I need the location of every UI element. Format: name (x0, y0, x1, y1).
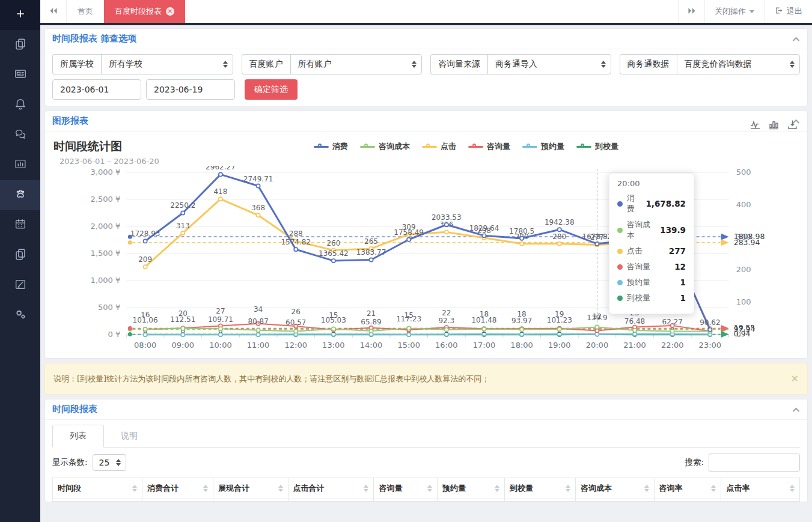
chart-tooltip: 20:00 消费 1,678.82 咨询成本 139.9 点击 277 咨询量 … (609, 173, 694, 314)
data-point (219, 197, 222, 201)
column-label: 消费合计 (147, 483, 179, 494)
x-axis-label: 15:00 (397, 341, 420, 350)
legend-label: 消费 (332, 141, 348, 152)
data-point (520, 237, 524, 240)
tabs-scroll-right-button[interactable] (678, 0, 704, 23)
sidebar-item-edit[interactable] (0, 270, 40, 300)
data-point (332, 259, 335, 263)
column-header[interactable]: 消费合计 (142, 478, 213, 499)
sidebar-item-calendar[interactable] (0, 210, 40, 240)
sidebar-item-documents[interactable] (0, 240, 40, 270)
calendar-icon (14, 217, 27, 233)
data-label: 93.97 (511, 317, 532, 325)
documents-icon (14, 247, 27, 263)
legend-item[interactable]: 咨询成本 (360, 141, 410, 152)
legend-mark-icon (422, 144, 437, 150)
date-to-input[interactable]: 2023-06-19 (146, 79, 235, 100)
data-label: 1365.42 (319, 249, 349, 258)
legend-item[interactable]: 到校量 (576, 141, 618, 152)
legend-item[interactable]: 咨询量 (468, 141, 510, 152)
school-select[interactable]: 所有学校 (101, 54, 233, 74)
date-from-input[interactable]: 2023-06-01 (52, 79, 141, 100)
tabs-scroll-left-button[interactable] (40, 0, 67, 23)
select-arrows-icon (601, 61, 606, 68)
close-operations-dropdown[interactable]: 关闭操作 (704, 0, 764, 23)
column-header[interactable]: 点击合计 (288, 478, 374, 499)
tab-home[interactable]: 首页 (67, 0, 104, 23)
legend-mark-icon (360, 144, 375, 150)
column-header[interactable]: 展现合计 (213, 478, 288, 499)
x-axis-label: 09:00 (172, 341, 195, 350)
table-cell (288, 499, 374, 502)
download-icon[interactable] (787, 120, 798, 132)
sidebar-item-settings[interactable] (0, 300, 40, 330)
sidebar-item-messages[interactable] (0, 120, 40, 150)
column-header[interactable]: 时间段 (53, 478, 142, 499)
y-axis-tick-right: 400 (736, 201, 751, 210)
topbar-spacer (185, 0, 678, 23)
data-label: 313 (176, 222, 190, 230)
column-header[interactable]: 预约量 (438, 478, 505, 499)
tooltip-row: 预约量 1 (617, 277, 686, 288)
tooltip-series-value: 1 (680, 293, 686, 303)
page-size-select[interactable]: 25 (93, 454, 126, 471)
sort-icon (200, 485, 208, 492)
swt-data-select[interactable]: 百度竞价咨询数据 (677, 54, 801, 74)
data-label: 288 (289, 229, 303, 238)
data-point (482, 327, 486, 331)
column-header[interactable]: 咨询率 (654, 478, 721, 499)
sidebar-item-add[interactable] (0, 0, 40, 30)
inquiry-source-select[interactable]: 商务通导入 (487, 54, 611, 74)
confirm-filter-button[interactable]: 确定筛选 (245, 79, 298, 100)
column-header[interactable]: 咨询成本 (576, 478, 655, 499)
sidebar-item-copy[interactable] (0, 30, 40, 60)
data-label: 62.27 (662, 318, 683, 326)
content: 时间段报表 筛查选项 所属学校 所有学校 百度账户 所有账户 咨询量来源 商务通… (40, 25, 812, 522)
sidebar-item-alerts[interactable] (0, 90, 40, 120)
collapse-chevron-icon[interactable] (792, 404, 800, 415)
sort-icon (275, 485, 283, 492)
school-select-value: 所有学校 (109, 59, 142, 68)
legend-item[interactable]: 点击 (422, 141, 456, 152)
notice-close-icon[interactable]: ✕ (791, 373, 799, 384)
table-tabs: 列表 说明 (52, 425, 800, 448)
logout-button[interactable]: 退出 (764, 0, 812, 23)
tab-description[interactable]: 说明 (104, 425, 154, 447)
sidebar-item-reports[interactable] (0, 150, 40, 180)
filter-panel-title: 时间段报表 筛查选项 (52, 33, 136, 44)
x-axis-label: 19:00 (548, 341, 571, 350)
data-label: 90.62 (700, 318, 720, 327)
legend-mark-icon (314, 144, 329, 150)
chart-subtitle: 2023-06-01 – 2023-06-20 (45, 154, 807, 166)
collapse-chevron-icon[interactable] (792, 34, 800, 44)
search-input[interactable] (709, 454, 800, 472)
data-label: 1728.93 (130, 229, 160, 238)
data-point (520, 242, 524, 246)
tab-list[interactable]: 列表 (52, 425, 104, 448)
data-point (708, 328, 712, 332)
column-header[interactable]: 到校量 (504, 478, 575, 499)
filter-swt-data: 商务通数据 百度竞价咨询数据 (620, 54, 801, 74)
swt-data-select-value: 百度竞价咨询数据 (685, 59, 752, 68)
chart-area[interactable]: 0 ¥500 ¥1,000 ¥1,500 ¥2,000 ¥2,500 ¥3,00… (45, 166, 807, 358)
sidebar-item-news[interactable] (0, 60, 40, 90)
table-cell (654, 499, 721, 502)
y-axis-tick-left: 1,000 ¥ (91, 276, 121, 285)
legend-item[interactable]: 预约量 (522, 141, 564, 152)
data-point (595, 325, 599, 329)
account-select[interactable]: 所有账户 (290, 54, 423, 74)
tab-baidu-report[interactable]: 百度时段报表 ✕ (104, 0, 185, 23)
legend-item[interactable]: 消费 (314, 141, 348, 152)
column-header[interactable]: 点击率 (721, 478, 800, 499)
sidebar-item-baidu[interactable] (0, 180, 40, 210)
column-header[interactable]: 咨询量 (374, 478, 438, 499)
series-dot-icon (617, 201, 623, 207)
column-label: 展现合计 (218, 483, 249, 494)
data-point (369, 258, 373, 261)
data-label: 117.23 (396, 315, 421, 323)
bar-chart-icon[interactable] (769, 120, 779, 132)
tooltip-row: 咨询量 12 (617, 261, 686, 272)
tab-close-icon[interactable]: ✕ (166, 7, 174, 16)
data-label: 2749.71 (243, 175, 273, 183)
line-chart-icon[interactable] (750, 120, 760, 132)
